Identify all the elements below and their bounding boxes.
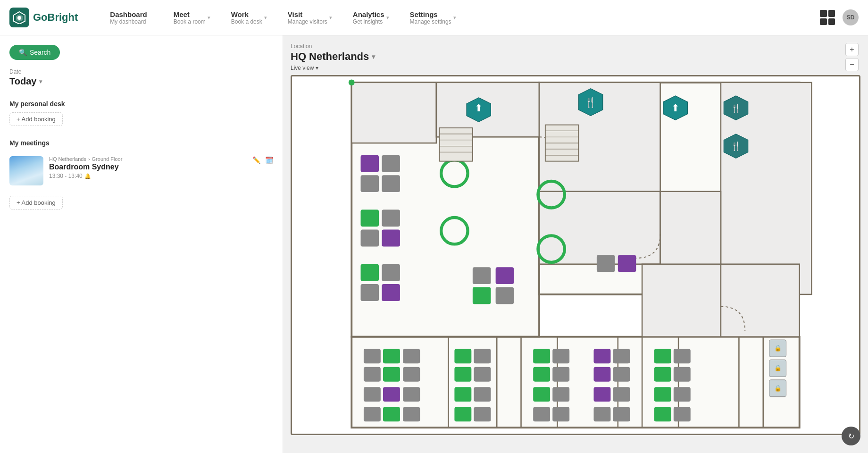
nav-item-work[interactable]: Work Book a desk ▾	[218, 10, 275, 25]
svg-rect-10	[539, 192, 660, 264]
svg-rect-74	[474, 367, 491, 382]
add-meeting-booking-button[interactable]: + Add booking	[9, 196, 63, 210]
svg-text:🍴: 🍴	[731, 141, 742, 151]
svg-rect-86	[552, 407, 569, 422]
nav-item-visit[interactable]: Visit Manage visitors ▾	[275, 10, 340, 25]
svg-rect-47	[473, 287, 491, 304]
svg-rect-82	[552, 367, 569, 382]
map-area: Location HQ Netherlands ▾ Live view ▾ + …	[283, 35, 868, 453]
svg-rect-83	[533, 387, 550, 402]
meeting-image	[9, 156, 43, 185]
add-meeting-section: + Add booking	[9, 196, 273, 210]
svg-rect-35	[382, 210, 400, 226]
live-view-toggle[interactable]: Live view ▾	[291, 65, 860, 71]
meet-chevron-icon: ▾	[208, 15, 210, 21]
svg-rect-45	[473, 267, 491, 284]
svg-rect-34	[361, 210, 379, 226]
svg-rect-62	[364, 367, 381, 382]
svg-rect-92	[613, 387, 630, 402]
svg-text:⬆: ⬆	[671, 102, 680, 113]
svg-rect-77	[454, 407, 471, 422]
meeting-breadcrumb: HQ Netherlands › Ground Floor	[49, 156, 273, 162]
svg-rect-72	[474, 349, 491, 363]
zoom-in-button[interactable]: +	[845, 43, 859, 56]
svg-rect-101	[654, 407, 671, 422]
floor-plan-svg: ⬆ 🍴 ⬆ 🍴 🍴	[292, 76, 859, 434]
location-label: Location	[291, 43, 860, 50]
svg-text:🔒: 🔒	[774, 364, 782, 372]
svg-rect-70	[403, 407, 420, 422]
logo[interactable]: GoBright	[9, 8, 78, 27]
svg-rect-87	[593, 349, 610, 363]
svg-rect-66	[383, 387, 400, 402]
main-content: 🔍 Search Date Today ▾ My personal desk +…	[0, 35, 868, 453]
date-picker[interactable]: Today ▾	[9, 76, 273, 87]
analytics-chevron-icon: ▾	[386, 15, 389, 21]
edit-icon[interactable]: ✏️	[252, 156, 260, 164]
svg-rect-78	[474, 407, 491, 422]
nav-item-analytics[interactable]: Analytics Get insights ▾	[340, 10, 397, 25]
svg-rect-64	[403, 367, 420, 382]
svg-rect-59	[364, 349, 381, 363]
nav-item-dashboard[interactable]: Dashboard My dashboard	[97, 10, 160, 25]
refresh-icon: ↻	[848, 432, 854, 441]
zoom-out-button[interactable]: −	[845, 58, 859, 71]
svg-rect-67	[403, 387, 420, 402]
add-personal-desk-booking-button[interactable]: + Add booking	[9, 112, 63, 126]
svg-rect-99	[654, 387, 671, 402]
svg-rect-98	[674, 367, 691, 382]
bell-icon: 🔔	[84, 173, 91, 179]
svg-rect-90	[613, 367, 630, 382]
svg-rect-37	[382, 230, 400, 247]
date-chevron-icon: ▾	[39, 78, 42, 85]
personal-desk-title: My personal desk	[9, 100, 273, 108]
svg-text:🍴: 🍴	[731, 103, 742, 114]
refresh-button[interactable]: ↻	[842, 427, 860, 445]
svg-text:🔒: 🔒	[774, 385, 782, 392]
floor-plan[interactable]: ⬆ 🍴 ⬆ 🍴 🍴	[291, 75, 860, 435]
svg-rect-79	[533, 349, 550, 363]
svg-point-43	[349, 79, 355, 85]
svg-rect-96	[674, 349, 691, 363]
grid-icon[interactable]	[820, 10, 835, 25]
svg-rect-69	[383, 407, 400, 422]
date-section: Date Today ▾	[9, 68, 273, 87]
live-view-chevron-icon: ▾	[316, 65, 318, 71]
svg-rect-61	[403, 349, 420, 363]
svg-rect-95	[654, 349, 671, 363]
logo-text: GoBright	[33, 11, 78, 24]
svg-rect-33	[382, 175, 400, 192]
location-chevron-icon: ▾	[372, 53, 375, 60]
visit-chevron-icon: ▾	[329, 15, 332, 21]
svg-rect-80	[552, 349, 569, 363]
svg-rect-100	[674, 387, 691, 402]
svg-rect-46	[496, 267, 514, 284]
svg-rect-68	[364, 407, 381, 422]
main-nav: Dashboard My dashboard Meet Book a room …	[97, 10, 820, 25]
meeting-actions: ✏️ 🗓️	[252, 156, 273, 164]
user-avatar[interactable]: SD	[843, 9, 859, 25]
search-button[interactable]: 🔍 Search	[9, 45, 60, 60]
svg-rect-91	[593, 387, 610, 402]
nav-item-meet[interactable]: Meet Book a room ▾	[160, 10, 218, 25]
search-icon: 🔍	[19, 49, 27, 56]
meeting-card: HQ Netherlands › Ground Floor Boardroom …	[9, 151, 273, 190]
svg-rect-6	[351, 83, 436, 143]
svg-rect-102	[674, 407, 691, 422]
location-selector[interactable]: HQ Netherlands ▾	[291, 50, 860, 63]
header-right: SD	[820, 9, 859, 25]
svg-rect-94	[613, 407, 630, 422]
nav-item-settings[interactable]: Settings Manage settings ▾	[397, 10, 464, 25]
map-pin-icon[interactable]: 🗓️	[265, 156, 273, 164]
svg-rect-52	[618, 255, 636, 272]
svg-rect-71	[454, 349, 471, 363]
sidebar: 🔍 Search Date Today ▾ My personal desk +…	[0, 35, 283, 453]
my-meetings-title: My meetings	[9, 139, 273, 147]
svg-rect-84	[552, 387, 569, 402]
svg-rect-40	[361, 284, 379, 301]
svg-rect-31	[382, 155, 400, 172]
svg-rect-13	[721, 264, 800, 337]
svg-rect-89	[593, 367, 610, 382]
svg-rect-63	[383, 367, 400, 382]
map-controls: + −	[845, 43, 859, 71]
